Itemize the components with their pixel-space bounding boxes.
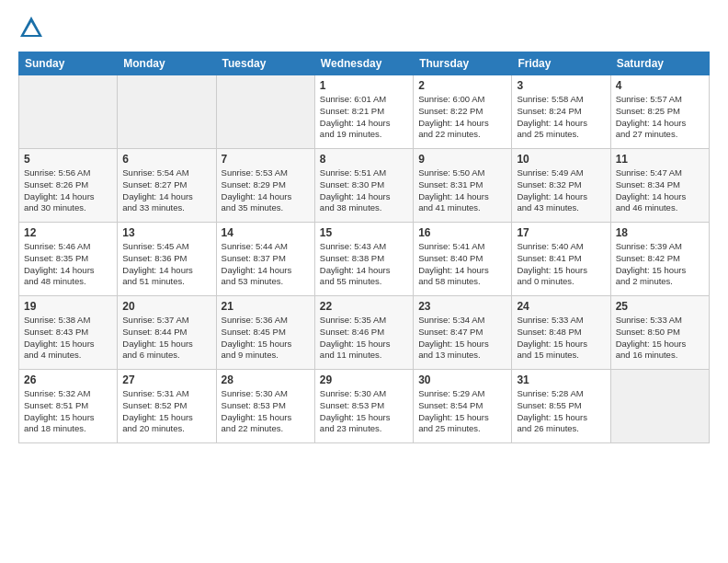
calendar-cell: 21Sunrise: 5:36 AM Sunset: 8:45 PM Dayli… — [216, 296, 314, 370]
calendar-cell: 12Sunrise: 5:46 AM Sunset: 8:35 PM Dayli… — [19, 223, 118, 296]
logo-icon — [18, 15, 44, 40]
day-number: 8 — [320, 153, 408, 166]
day-number: 1 — [320, 79, 408, 92]
day-number: 20 — [122, 300, 210, 313]
calendar-cell: 2Sunrise: 6:00 AM Sunset: 8:22 PM Daylig… — [414, 75, 512, 149]
day-number: 2 — [418, 79, 506, 92]
day-number: 10 — [517, 153, 605, 166]
day-info: Sunrise: 5:47 AM Sunset: 8:34 PM Dayligh… — [616, 167, 704, 214]
day-number: 24 — [517, 300, 605, 313]
day-info: Sunrise: 5:44 AM Sunset: 8:37 PM Dayligh… — [222, 241, 310, 288]
calendar-cell: 31Sunrise: 5:28 AM Sunset: 8:55 PM Dayli… — [512, 370, 610, 443]
day-number: 26 — [24, 373, 112, 386]
day-info: Sunrise: 5:35 AM Sunset: 8:46 PM Dayligh… — [320, 315, 408, 362]
calendar-cell: 9Sunrise: 5:50 AM Sunset: 8:31 PM Daylig… — [414, 149, 512, 223]
day-number: 22 — [320, 300, 408, 313]
day-info: Sunrise: 5:54 AM Sunset: 8:27 PM Dayligh… — [122, 167, 210, 214]
day-number: 18 — [616, 226, 704, 239]
day-number: 27 — [122, 373, 210, 386]
day-info: Sunrise: 5:36 AM Sunset: 8:45 PM Dayligh… — [222, 315, 310, 362]
day-number: 7 — [222, 153, 310, 166]
day-info: Sunrise: 5:31 AM Sunset: 8:52 PM Dayligh… — [122, 388, 210, 435]
calendar-cell: 10Sunrise: 5:49 AM Sunset: 8:32 PM Dayli… — [512, 149, 610, 223]
day-number: 25 — [616, 300, 704, 313]
day-info: Sunrise: 5:33 AM Sunset: 8:48 PM Dayligh… — [517, 315, 605, 362]
calendar-cell: 22Sunrise: 5:35 AM Sunset: 8:46 PM Dayli… — [314, 296, 413, 370]
day-info: Sunrise: 5:51 AM Sunset: 8:30 PM Dayligh… — [320, 167, 408, 214]
calendar-cell: 28Sunrise: 5:30 AM Sunset: 8:53 PM Dayli… — [216, 370, 314, 443]
week-row: 5Sunrise: 5:56 AM Sunset: 8:26 PM Daylig… — [19, 149, 710, 223]
day-info: Sunrise: 5:56 AM Sunset: 8:26 PM Dayligh… — [24, 167, 112, 214]
day-number: 4 — [616, 79, 704, 92]
calendar-cell: 23Sunrise: 5:34 AM Sunset: 8:47 PM Dayli… — [414, 296, 512, 370]
logo — [18, 15, 48, 40]
calendar-cell: 6Sunrise: 5:54 AM Sunset: 8:27 PM Daylig… — [118, 149, 216, 223]
day-header-tuesday: Tuesday — [216, 52, 314, 75]
day-number: 30 — [418, 373, 506, 386]
day-number: 15 — [320, 226, 408, 239]
calendar-cell: 8Sunrise: 5:51 AM Sunset: 8:30 PM Daylig… — [314, 149, 413, 223]
day-number: 23 — [418, 300, 506, 313]
day-info: Sunrise: 5:39 AM Sunset: 8:42 PM Dayligh… — [616, 241, 704, 288]
day-number: 9 — [418, 153, 506, 166]
day-info: Sunrise: 5:30 AM Sunset: 8:53 PM Dayligh… — [222, 388, 310, 435]
day-info: Sunrise: 5:30 AM Sunset: 8:53 PM Dayligh… — [320, 388, 408, 435]
calendar-cell — [118, 75, 216, 149]
day-header-sunday: Sunday — [19, 52, 118, 75]
day-number: 14 — [222, 226, 310, 239]
day-info: Sunrise: 5:49 AM Sunset: 8:32 PM Dayligh… — [517, 167, 605, 214]
day-info: Sunrise: 5:53 AM Sunset: 8:29 PM Dayligh… — [222, 167, 310, 214]
calendar-cell: 24Sunrise: 5:33 AM Sunset: 8:48 PM Dayli… — [512, 296, 610, 370]
calendar-cell: 27Sunrise: 5:31 AM Sunset: 8:52 PM Dayli… — [118, 370, 216, 443]
calendar-cell: 15Sunrise: 5:43 AM Sunset: 8:38 PM Dayli… — [314, 223, 413, 296]
day-info: Sunrise: 5:28 AM Sunset: 8:55 PM Dayligh… — [517, 388, 605, 435]
day-number: 29 — [320, 373, 408, 386]
calendar-cell: 29Sunrise: 5:30 AM Sunset: 8:53 PM Dayli… — [314, 370, 413, 443]
calendar-cell: 26Sunrise: 5:32 AM Sunset: 8:51 PM Dayli… — [19, 370, 118, 443]
day-info: Sunrise: 5:32 AM Sunset: 8:51 PM Dayligh… — [24, 388, 112, 435]
day-number: 28 — [222, 373, 310, 386]
day-info: Sunrise: 5:43 AM Sunset: 8:38 PM Dayligh… — [320, 241, 408, 288]
day-info: Sunrise: 6:00 AM Sunset: 8:22 PM Dayligh… — [418, 94, 506, 141]
day-header-saturday: Saturday — [610, 52, 709, 75]
calendar-cell — [610, 370, 709, 443]
week-row: 1Sunrise: 6:01 AM Sunset: 8:21 PM Daylig… — [19, 75, 710, 149]
header-row: SundayMondayTuesdayWednesdayThursdayFrid… — [19, 52, 710, 75]
day-number: 12 — [24, 226, 112, 239]
day-number: 5 — [24, 153, 112, 166]
week-row: 12Sunrise: 5:46 AM Sunset: 8:35 PM Dayli… — [19, 223, 710, 296]
calendar-cell: 14Sunrise: 5:44 AM Sunset: 8:37 PM Dayli… — [216, 223, 314, 296]
calendar-cell: 5Sunrise: 5:56 AM Sunset: 8:26 PM Daylig… — [19, 149, 118, 223]
calendar-cell: 19Sunrise: 5:38 AM Sunset: 8:43 PM Dayli… — [19, 296, 118, 370]
day-header-monday: Monday — [118, 52, 216, 75]
day-info: Sunrise: 5:40 AM Sunset: 8:41 PM Dayligh… — [517, 241, 605, 288]
calendar-cell: 17Sunrise: 5:40 AM Sunset: 8:41 PM Dayli… — [512, 223, 610, 296]
day-number: 21 — [222, 300, 310, 313]
calendar-cell: 7Sunrise: 5:53 AM Sunset: 8:29 PM Daylig… — [216, 149, 314, 223]
week-row: 26Sunrise: 5:32 AM Sunset: 8:51 PM Dayli… — [19, 370, 710, 443]
day-number: 11 — [616, 153, 704, 166]
page-header — [18, 15, 710, 40]
calendar-cell: 3Sunrise: 5:58 AM Sunset: 8:24 PM Daylig… — [512, 75, 610, 149]
day-info: Sunrise: 5:50 AM Sunset: 8:31 PM Dayligh… — [418, 167, 506, 214]
day-number: 31 — [517, 373, 605, 386]
day-number: 13 — [122, 226, 210, 239]
day-header-thursday: Thursday — [414, 52, 512, 75]
calendar-cell — [19, 75, 118, 149]
calendar-cell: 18Sunrise: 5:39 AM Sunset: 8:42 PM Dayli… — [610, 223, 709, 296]
day-header-friday: Friday — [512, 52, 610, 75]
day-number: 6 — [122, 153, 210, 166]
day-number: 17 — [517, 226, 605, 239]
day-info: Sunrise: 5:46 AM Sunset: 8:35 PM Dayligh… — [24, 241, 112, 288]
day-info: Sunrise: 5:37 AM Sunset: 8:44 PM Dayligh… — [122, 315, 210, 362]
day-info: Sunrise: 5:41 AM Sunset: 8:40 PM Dayligh… — [418, 241, 506, 288]
calendar-table: SundayMondayTuesdayWednesdayThursdayFrid… — [18, 52, 710, 443]
calendar-cell: 1Sunrise: 6:01 AM Sunset: 8:21 PM Daylig… — [314, 75, 413, 149]
day-header-wednesday: Wednesday — [314, 52, 413, 75]
calendar-cell: 4Sunrise: 5:57 AM Sunset: 8:25 PM Daylig… — [610, 75, 709, 149]
day-info: Sunrise: 5:57 AM Sunset: 8:25 PM Dayligh… — [616, 94, 704, 141]
calendar-cell: 13Sunrise: 5:45 AM Sunset: 8:36 PM Dayli… — [118, 223, 216, 296]
week-row: 19Sunrise: 5:38 AM Sunset: 8:43 PM Dayli… — [19, 296, 710, 370]
day-info: Sunrise: 5:38 AM Sunset: 8:43 PM Dayligh… — [24, 315, 112, 362]
calendar-cell: 30Sunrise: 5:29 AM Sunset: 8:54 PM Dayli… — [414, 370, 512, 443]
